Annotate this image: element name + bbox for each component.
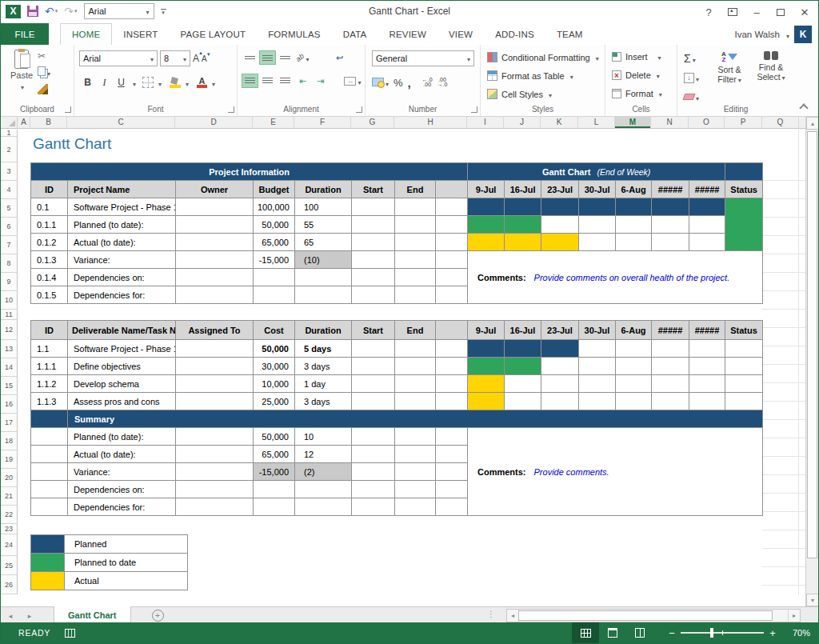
col-header[interactable]: End bbox=[395, 181, 436, 198]
cell[interactable] bbox=[176, 375, 254, 393]
gantt-cell[interactable] bbox=[541, 358, 579, 375]
tab-splitter-dots[interactable]: ⋮ bbox=[487, 610, 496, 618]
week-header[interactable]: 23-Jul bbox=[541, 321, 579, 340]
gantt-cell[interactable] bbox=[505, 393, 541, 410]
cell[interactable] bbox=[31, 463, 68, 481]
gantt-cell[interactable] bbox=[505, 340, 541, 358]
vertical-scrollbar[interactable]: ▴ ▾ bbox=[805, 117, 818, 606]
close-icon[interactable]: ✕ bbox=[793, 2, 817, 22]
fill-color-dropdown-icon[interactable] bbox=[184, 75, 189, 90]
status-cell[interactable] bbox=[725, 198, 763, 251]
row-header[interactable]: 13 bbox=[1, 340, 18, 358]
col-header[interactable]: Budget bbox=[254, 181, 295, 198]
cell[interactable] bbox=[352, 216, 395, 234]
cell[interactable] bbox=[352, 463, 395, 481]
row-header[interactable]: 11 bbox=[1, 310, 18, 320]
zoom-slider-thumb[interactable] bbox=[710, 628, 713, 638]
cell[interactable]: 1.1.1 bbox=[31, 358, 68, 375]
col-header[interactable]: Project Name bbox=[68, 181, 176, 198]
number-format-select[interactable]: General bbox=[372, 50, 474, 66]
gantt-cell[interactable] bbox=[541, 340, 579, 358]
column-header[interactable]: G bbox=[351, 117, 394, 128]
cell[interactable] bbox=[395, 446, 436, 463]
col-header[interactable]: End bbox=[395, 321, 436, 340]
row-header[interactable]: 23 bbox=[1, 524, 18, 534]
fill-button[interactable]: ↓ bbox=[684, 70, 699, 85]
gantt-cell[interactable] bbox=[689, 393, 725, 410]
cell[interactable] bbox=[352, 375, 395, 393]
row-header[interactable]: 16 bbox=[1, 395, 18, 414]
col-header[interactable] bbox=[436, 321, 468, 340]
cell[interactable] bbox=[436, 463, 468, 481]
row-header[interactable]: 12 bbox=[1, 320, 18, 340]
row-header[interactable]: 14 bbox=[1, 358, 18, 377]
zoom-slider[interactable] bbox=[681, 632, 764, 634]
cell[interactable]: Define objectives bbox=[68, 358, 176, 375]
cell[interactable]: Assess pros and cons bbox=[68, 393, 176, 410]
scroll-right-icon[interactable]: ▸ bbox=[788, 610, 800, 622]
column-header[interactable]: M bbox=[615, 117, 651, 128]
col-header[interactable]: Deliverable Name/Task Name bbox=[68, 321, 176, 340]
cell[interactable] bbox=[176, 198, 254, 216]
cell[interactable] bbox=[352, 340, 395, 358]
row-header[interactable]: 3 bbox=[1, 162, 18, 181]
cell[interactable] bbox=[176, 446, 254, 463]
gantt-cell[interactable] bbox=[652, 234, 689, 251]
sheet-nav-right-icon[interactable]: ▸ bbox=[20, 607, 39, 624]
col-header[interactable]: Start bbox=[352, 321, 395, 340]
gantt-cell[interactable] bbox=[616, 358, 652, 375]
align-right-button[interactable] bbox=[277, 74, 294, 88]
gantt-cell[interactable] bbox=[541, 198, 579, 216]
cell[interactable] bbox=[352, 198, 395, 216]
gantt-cell[interactable] bbox=[468, 375, 505, 393]
summary-header[interactable]: Summary bbox=[68, 410, 763, 428]
cell[interactable] bbox=[395, 393, 436, 410]
gantt-cell[interactable] bbox=[652, 375, 689, 393]
status-cell[interactable] bbox=[725, 393, 763, 410]
cell[interactable] bbox=[176, 358, 254, 375]
gantt-cell[interactable] bbox=[652, 393, 689, 410]
increase-indent-button[interactable]: ⇥ bbox=[312, 74, 329, 88]
cell[interactable] bbox=[254, 498, 295, 516]
ribbon-display-icon[interactable] bbox=[721, 2, 745, 22]
row-header[interactable]: 25 bbox=[1, 556, 18, 575]
cell[interactable] bbox=[176, 340, 254, 358]
gantt-cell[interactable] bbox=[689, 198, 725, 216]
cell[interactable] bbox=[31, 428, 68, 446]
week-header[interactable]: 9-Jul bbox=[468, 181, 505, 198]
align-center-button[interactable] bbox=[259, 74, 276, 88]
number-dialog-launcher-icon[interactable] bbox=[471, 106, 477, 113]
cell[interactable]: Dependencies on: bbox=[68, 269, 176, 286]
gantt-cell[interactable] bbox=[505, 358, 541, 375]
save-button[interactable] bbox=[27, 6, 38, 17]
cell[interactable]: Software Project - Phase 1.1 bbox=[68, 340, 176, 358]
cell[interactable] bbox=[176, 216, 254, 234]
gantt-cell[interactable] bbox=[616, 216, 652, 234]
cell[interactable]: 55 bbox=[295, 216, 352, 234]
row-header[interactable]: 20 bbox=[1, 469, 18, 487]
cell[interactable]: Software Project - Phase 1 bbox=[68, 198, 176, 216]
decrease-indent-button[interactable]: ⇤ bbox=[294, 74, 311, 88]
cell[interactable] bbox=[395, 340, 436, 358]
cell[interactable] bbox=[352, 358, 395, 375]
format-painter-button[interactable] bbox=[38, 83, 50, 98]
zoom-out-button[interactable]: − bbox=[666, 627, 677, 639]
cell[interactable]: Dependencies on: bbox=[68, 481, 176, 498]
cell[interactable] bbox=[436, 269, 468, 286]
status-cell[interactable] bbox=[725, 340, 763, 358]
horizontal-scrollbar[interactable]: ◂ ▸ bbox=[506, 609, 801, 622]
comments-cell[interactable]: Comments:Provide comments. bbox=[468, 428, 763, 516]
cell[interactable]: -15,000 bbox=[254, 463, 295, 481]
qat-font-select[interactable]: Arial bbox=[84, 3, 154, 19]
cell[interactable]: 100,000 bbox=[254, 198, 295, 216]
gantt-cell[interactable] bbox=[468, 393, 505, 410]
column-header[interactable]: F bbox=[294, 117, 351, 128]
bold-button[interactable]: B bbox=[81, 76, 94, 90]
cell[interactable] bbox=[436, 428, 468, 446]
row-header[interactable]: 7 bbox=[1, 236, 18, 254]
col-header[interactable]: Cost bbox=[254, 321, 295, 340]
increase-font-button[interactable]: A▲ bbox=[193, 53, 199, 64]
col-header[interactable]: Assigned To bbox=[176, 321, 254, 340]
excel-logo-icon[interactable]: X bbox=[6, 5, 21, 18]
collapse-ribbon-icon[interactable] bbox=[800, 102, 807, 110]
